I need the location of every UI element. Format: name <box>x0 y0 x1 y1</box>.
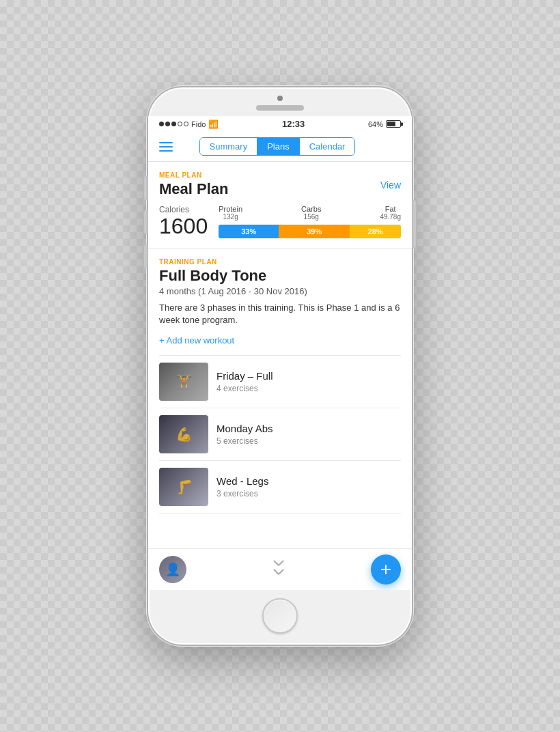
speaker <box>256 105 304 111</box>
calories-value: 1600 <box>159 214 208 238</box>
workout-name-wed: Wed - Legs <box>216 475 401 487</box>
calories-label: Calories <box>159 205 208 214</box>
workout-exercises-friday: 4 exercises <box>216 384 401 393</box>
status-bar: Fido 📶 12:33 64% <box>148 116 412 132</box>
workout-thumb-wed: 🦵 <box>159 468 208 506</box>
macros-column: Protein 132g Carbs 156g Fat 49.78g <box>219 205 401 238</box>
tab-summary[interactable]: Summary <box>200 138 257 155</box>
chevron-down-2-icon <box>272 571 285 578</box>
phone-top <box>148 87 412 116</box>
workout-info-friday: Friday – Full 4 exercises <box>216 370 401 393</box>
training-duration: 4 months (1 Aug 2016 - 30 Nov 2016) <box>159 286 401 296</box>
screen: Fido 📶 12:33 64% Summary <box>148 116 412 590</box>
home-button-area <box>262 590 298 645</box>
meal-plan-header-row: MEAL PLAN Meal Plan View <box>159 171 401 198</box>
nav-bar: Summary Plans Calendar <box>148 132 412 162</box>
carbs-macro: Carbs 156g <box>301 205 321 221</box>
front-camera <box>277 96 283 101</box>
fat-value: 49.78g <box>380 213 401 221</box>
workout-item-friday[interactable]: 🏋️ Friday – Full 4 exercises <box>159 356 401 408</box>
workout-info-wed: Wed - Legs 3 exercises <box>216 475 401 498</box>
avatar[interactable]: 👤 <box>159 556 186 583</box>
workout-name-friday: Friday – Full <box>216 370 401 382</box>
meal-plan-section: MEAL PLAN Meal Plan View Calories 1600 P… <box>148 162 412 249</box>
signal-dots <box>159 122 188 126</box>
wed-thumb-image: 🦵 <box>159 468 208 506</box>
hamburger-line-3 <box>159 150 173 152</box>
meal-plan-label: MEAL PLAN <box>159 171 228 179</box>
main-content: MEAL PLAN Meal Plan View Calories 1600 P… <box>148 162 412 548</box>
protein-macro: Protein 132g <box>219 205 242 221</box>
workout-list: 🏋️ Friday – Full 4 exercises 💪 <box>159 355 401 513</box>
macro-labels-row: Protein 132g Carbs 156g Fat 49.78g <box>219 205 401 221</box>
friday-thumb-image: 🏋️ <box>159 363 208 401</box>
signal-dot-3 <box>171 122 176 126</box>
signal-dot-1 <box>159 122 164 126</box>
macro-progress-bar: 33% 39% 28% <box>219 225 401 238</box>
hamburger-menu-icon[interactable] <box>159 142 173 152</box>
battery-fill <box>387 122 395 126</box>
battery-body <box>386 120 401 128</box>
fat-label: Fat <box>385 205 396 213</box>
signal-dot-4 <box>178 122 182 126</box>
signal-dot-2 <box>165 122 170 126</box>
workout-thumb-monday: 💪 <box>159 415 208 453</box>
monday-thumb-image: 💪 <box>159 415 208 453</box>
add-workout-link[interactable]: + Add new workout <box>159 335 401 346</box>
protein-label: Protein <box>219 205 242 213</box>
protein-bar: 33% <box>219 225 279 238</box>
phone-shell: Fido 📶 12:33 64% Summary <box>147 86 413 646</box>
view-link[interactable]: View <box>380 180 401 191</box>
workout-info-monday: Monday Abs 5 exercises <box>216 423 401 446</box>
workout-exercises-wed: 3 exercises <box>216 489 401 498</box>
meal-plan-title: Meal Plan <box>159 180 228 198</box>
avatar-icon: 👤 <box>165 562 180 577</box>
meal-stats: Calories 1600 Protein 132g Carbs 156g <box>159 205 401 238</box>
protein-value: 132g <box>223 213 238 221</box>
tab-plans[interactable]: Plans <box>257 138 299 155</box>
tab-calendar[interactable]: Calendar <box>299 138 355 155</box>
fat-bar: 28% <box>350 225 401 238</box>
fab-add-button[interactable]: + <box>371 554 401 585</box>
bottom-bar: 👤 + <box>148 548 412 590</box>
workout-item-wed[interactable]: 🦵 Wed - Legs 3 exercises <box>159 461 401 513</box>
status-time: 12:33 <box>282 119 305 129</box>
carbs-bar: 39% <box>279 225 350 238</box>
battery-percent: 64% <box>368 120 383 128</box>
fat-macro: Fat 49.78g <box>380 205 401 221</box>
carbs-label: Carbs <box>301 205 321 213</box>
carbs-value: 156g <box>304 213 319 221</box>
carrier-label: Fido <box>191 120 206 128</box>
chevron-down-1-icon <box>272 562 285 569</box>
training-plan-label: TRAINING PLAN <box>159 258 401 266</box>
scroll-indicator <box>272 562 285 578</box>
status-right: 64% <box>368 120 401 128</box>
signal-dot-5 <box>184 122 188 126</box>
wifi-icon: 📶 <box>208 119 219 129</box>
workout-exercises-monday: 5 exercises <box>216 436 401 446</box>
status-left: Fido 📶 <box>159 119 219 129</box>
workout-name-monday: Monday Abs <box>216 423 401 434</box>
hamburger-line-1 <box>159 142 173 143</box>
workout-item-monday[interactable]: 💪 Monday Abs 5 exercises <box>159 408 401 461</box>
hamburger-line-2 <box>159 146 173 147</box>
training-plan-section: TRAINING PLAN Full Body Tone 4 months (1… <box>148 249 412 522</box>
training-plan-title: Full Body Tone <box>159 267 401 285</box>
tab-group: Summary Plans Calendar <box>199 137 356 156</box>
calories-column: Calories 1600 <box>159 205 208 238</box>
home-button[interactable] <box>262 598 298 634</box>
workout-thumb-friday: 🏋️ <box>159 363 208 401</box>
battery-indicator <box>386 120 401 128</box>
training-description: There are 3 phases in this training. Thi… <box>159 302 401 326</box>
